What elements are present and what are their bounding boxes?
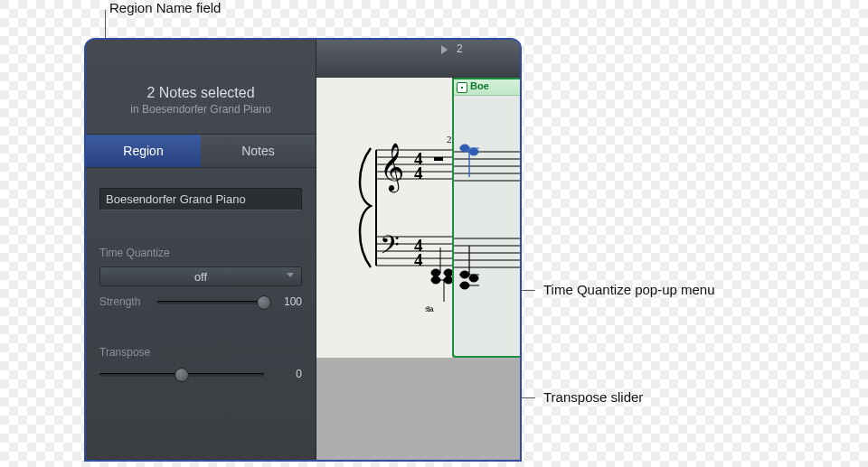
selection-subtitle: in Boesendorfer Grand Piano bbox=[99, 103, 302, 116]
time-quantize-value: off bbox=[194, 270, 207, 284]
chevron-down-icon bbox=[287, 273, 294, 277]
selection-title: 2 Notes selected bbox=[99, 85, 302, 101]
score-area: 2 bbox=[316, 40, 520, 460]
region-block-title: Boe bbox=[470, 80, 489, 91]
time-quantize-title: Time Quantize bbox=[99, 247, 302, 259]
inspector-panel: 2 Notes selected in Boesendorfer Grand P… bbox=[86, 40, 316, 460]
svg-text:4: 4 bbox=[414, 163, 423, 182]
score-editor-window: 2 Notes selected in Boesendorfer Grand P… bbox=[86, 40, 520, 460]
callout-region-name-label: Region Name field bbox=[109, 0, 221, 15]
svg-point-23 bbox=[444, 269, 452, 276]
transpose-title: Transpose bbox=[99, 346, 302, 359]
inspector-tabs: Region Notes bbox=[86, 134, 316, 168]
inspector-header: 2 Notes selected in Boesendorfer Grand P… bbox=[99, 85, 302, 116]
svg-point-19 bbox=[431, 269, 440, 276]
region-staff-icon bbox=[454, 98, 520, 360]
ruler-disclosure-triangle-icon[interactable] bbox=[441, 45, 448, 54]
transpose-slider[interactable] bbox=[99, 368, 264, 380]
grand-staff-icon: 𝄞 𝄢 4 4 4 4 2 bbox=[316, 78, 452, 358]
svg-text:2: 2 bbox=[447, 134, 452, 145]
tab-region[interactable]: Region bbox=[86, 135, 201, 167]
svg-text:4: 4 bbox=[414, 250, 423, 269]
strength-slider[interactable] bbox=[157, 295, 264, 308]
slider-thumb[interactable] bbox=[257, 295, 271, 310]
region-name-row bbox=[99, 188, 302, 210]
midi-region-block[interactable]: Boe bbox=[452, 78, 520, 358]
time-quantize-popup[interactable]: off bbox=[99, 266, 302, 286]
ruler-bottom bbox=[316, 60, 520, 79]
svg-text:𝆮: 𝆮 bbox=[423, 304, 434, 319]
svg-text:𝄞: 𝄞 bbox=[380, 143, 404, 193]
region-block-header: Boe bbox=[454, 79, 520, 96]
transpose-value: 0 bbox=[271, 368, 302, 380]
time-ruler[interactable]: 2 bbox=[316, 40, 520, 78]
callout-time-quantize-label: Time Quantize pop-up menu bbox=[543, 282, 715, 297]
score-margin-area: 𝄞 𝄢 4 4 4 4 2 bbox=[316, 78, 452, 358]
transpose-section: Transpose 0 bbox=[99, 346, 302, 380]
strength-label: Strength bbox=[99, 295, 150, 308]
slider-thumb[interactable] bbox=[175, 368, 189, 382]
svg-rect-18 bbox=[434, 157, 443, 161]
ruler-bar-number: 2 bbox=[457, 42, 463, 55]
transpose-slider-row: 0 bbox=[99, 368, 302, 380]
svg-point-43 bbox=[469, 275, 478, 282]
strength-slider-row: Strength 100 bbox=[99, 295, 302, 308]
time-quantize-section: Time Quantize off Strength 100 bbox=[99, 247, 302, 308]
callout-transpose-label: Transpose slider bbox=[543, 389, 643, 405]
svg-point-39 bbox=[469, 148, 478, 155]
ruler-top bbox=[316, 40, 520, 61]
region-name-field[interactable] bbox=[99, 188, 302, 210]
svg-text:𝄢: 𝄢 bbox=[380, 231, 400, 265]
strength-value: 100 bbox=[271, 295, 302, 308]
tab-notes[interactable]: Notes bbox=[201, 135, 316, 167]
